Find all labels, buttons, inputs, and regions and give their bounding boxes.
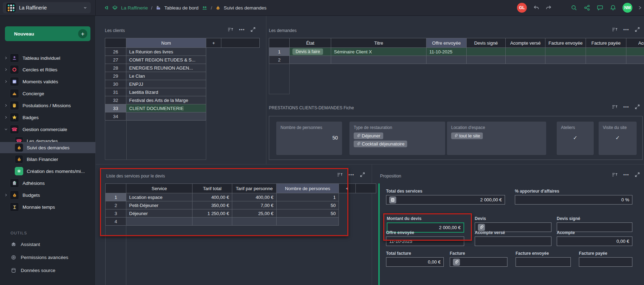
offre-envoyee-input[interactable]: 11-10-2025 <box>386 237 464 246</box>
cell-service[interactable] <box>126 218 192 226</box>
cell-etat[interactable] <box>290 56 331 64</box>
paperclip-icon[interactable] <box>453 259 460 266</box>
cell-tarif-total[interactable]: 1 250,00 € <box>192 209 232 218</box>
cell-facture-payee[interactable] <box>586 56 626 64</box>
cell-devis-signe[interactable] <box>467 56 506 64</box>
cell-service[interactable]: Déjeuner <box>126 209 192 218</box>
sidebar-item-donnees-source[interactable]: Données source <box>11 266 55 274</box>
cell-service[interactable]: Petit-Déjeuner <box>126 201 192 209</box>
row-number[interactable]: 29 <box>105 72 126 80</box>
expand-icon[interactable] <box>635 104 640 109</box>
cell-titre[interactable] <box>331 56 427 64</box>
acompte-verse-input[interactable] <box>475 237 551 246</box>
row-number[interactable]: 4 <box>106 218 126 226</box>
cell-nombre-personnes[interactable]: 1 <box>277 193 339 201</box>
more-options-icon[interactable]: ••• <box>239 27 245 32</box>
row-number[interactable]: 32 <box>105 96 126 104</box>
cell-facture-envoyee[interactable] <box>545 56 586 64</box>
column-header-nombre-personnes[interactable]: Nombre de personnes <box>277 184 339 193</box>
chevron-right-icon[interactable] <box>4 104 8 107</box>
row-number[interactable]: 3 <box>106 209 126 218</box>
sidebar-item-tableau-individuel[interactable]: Tableau individuel <box>0 53 95 63</box>
redo-icon[interactable] <box>545 5 552 11</box>
row-number[interactable]: 1 <box>106 193 126 201</box>
sidebar-item-monnaie-temps[interactable]: Monnaie temps <box>0 202 95 212</box>
sidebar-item-budgets[interactable]: $ Budgets <box>0 190 95 200</box>
link-badge[interactable]: Déjeuner <box>354 132 383 139</box>
chevron-right-icon[interactable] <box>4 68 8 71</box>
cell-nombre-personnes[interactable]: 50 <box>277 201 339 209</box>
cell-tarif-par-personne[interactable]: 400,00 € <box>232 193 277 201</box>
paperclip-icon[interactable] <box>478 224 485 231</box>
filter-icon[interactable] <box>228 27 233 32</box>
cell-nom[interactable]: La Réunion des livres <box>126 48 206 56</box>
search-icon[interactable] <box>570 4 577 11</box>
sidebar-item-badges[interactable]: Badges <box>0 112 95 123</box>
expand-icon[interactable] <box>635 27 640 32</box>
facture-attachment-input[interactable] <box>450 257 507 267</box>
sidebar-item-bilan-financier[interactable]: $ Bilan Financier <box>0 154 95 164</box>
cell-nom[interactable] <box>126 112 206 121</box>
expand-icon[interactable] <box>635 172 640 177</box>
bell-icon[interactable] <box>610 4 617 11</box>
row-number[interactable]: 33 <box>105 104 126 112</box>
add-column-button[interactable]: + <box>206 38 221 48</box>
cell-nom[interactable]: Le Clan <box>126 72 206 80</box>
cell-nom[interactable]: ENERGIES REUNION AGEN... <box>126 64 206 72</box>
cell-devis-signe[interactable] <box>467 48 506 56</box>
column-header-titre[interactable]: Titre <box>331 38 427 48</box>
add-column-button[interactable]: + <box>339 184 356 193</box>
row-number[interactable]: 27 <box>105 56 126 64</box>
link-badge[interactable]: Cocktail déjeunatoire <box>354 141 407 147</box>
cell-nom[interactable]: COMIT REGION ETUDES & S... <box>126 56 206 64</box>
row-number-header[interactable] <box>106 184 126 193</box>
workspace-layers-icon[interactable] <box>112 5 118 11</box>
filter-icon[interactable] <box>612 173 618 177</box>
cell-acompte[interactable] <box>626 48 644 56</box>
chevron-right-icon[interactable] <box>4 80 8 83</box>
filter-icon[interactable] <box>612 27 618 32</box>
column-header-acompte[interactable]: Acc <box>626 38 644 48</box>
cell-nom[interactable]: CLIENT DOCUMENTERIE <box>126 104 206 112</box>
total-des-services-input[interactable]: 2 000,00 € <box>386 195 505 205</box>
cell-nom[interactable]: Festival des Arts de la Marge <box>126 96 206 104</box>
chevron-down-icon[interactable] <box>4 128 8 131</box>
cell-tarif-par-personne[interactable]: 7,00 € <box>232 201 277 209</box>
cell-offre-envoyee[interactable] <box>427 56 467 64</box>
chevron-right-icon[interactable] <box>4 56 8 60</box>
sidebar-item-gestion-commerciale[interactable]: ☎ Gestion commerciale <box>0 124 95 135</box>
more-options-icon[interactable]: ••• <box>623 173 629 177</box>
column-header-tarif-par-personne[interactable]: Tarif par personne <box>232 184 277 193</box>
facture-payee-input[interactable] <box>579 257 632 267</box>
column-header-etat[interactable]: État <box>290 38 331 48</box>
column-header-facture-payee[interactable]: Facture payée <box>586 38 626 48</box>
expand-icon[interactable] <box>251 27 255 32</box>
row-number[interactable]: 2 <box>106 201 126 209</box>
cell-nombre-personnes[interactable] <box>277 218 339 226</box>
cell-nom[interactable]: Laetitia Bizard <box>126 88 206 96</box>
collapse-sidebar-icon[interactable] <box>103 5 109 11</box>
column-header-tarif-total[interactable]: Tarif total <box>192 184 232 193</box>
link-badge[interactable]: tout le site <box>451 132 483 139</box>
more-options-icon[interactable]: ••• <box>623 27 629 32</box>
avatar-nm[interactable]: NM <box>623 3 632 13</box>
apporteur-input[interactable]: 0 % <box>515 195 632 205</box>
row-number[interactable]: 26 <box>105 48 126 56</box>
column-header-service[interactable]: Service <box>126 184 192 193</box>
cell-service[interactable]: Location espace <box>126 193 192 201</box>
column-header-nom[interactable]: Nom <box>126 38 206 48</box>
column-header-acompte-verse[interactable]: Acompte versé <box>506 38 545 48</box>
avatar-gl[interactable]: GL <box>517 3 527 13</box>
sidebar-item-assistant[interactable]: Assistant <box>11 240 40 248</box>
cell-facture-envoyee[interactable] <box>545 48 586 56</box>
breadcrumb-dashboard[interactable]: Tableau de bord <box>164 5 198 11</box>
row-number[interactable]: 1 <box>269 48 290 56</box>
cell-acompte-verse[interactable] <box>506 56 545 64</box>
row-number[interactable]: 28 <box>105 64 126 72</box>
column-header-devis-signe[interactable]: Devis signé <box>467 38 506 48</box>
cell-tarif-total[interactable]: 350,00 € <box>192 201 232 209</box>
total-facture-input[interactable]: 0,00 € <box>386 257 444 267</box>
cell-nom[interactable]: ENPJJ <box>126 80 206 88</box>
chevron-right-icon[interactable] <box>4 116 8 119</box>
row-number[interactable]: 34 <box>105 112 126 121</box>
